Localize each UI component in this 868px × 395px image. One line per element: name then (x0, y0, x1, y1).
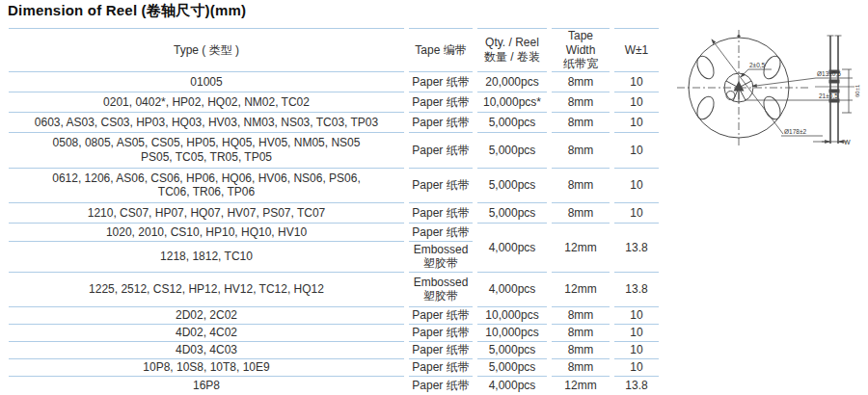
type-cell: 4D03, 4C03 (9, 342, 404, 359)
qty-cell: 20,000pcs (477, 72, 547, 92)
tape-width-cell-merged: 12mm (552, 224, 610, 273)
tape-cell: Embossed 塑胶带 (409, 242, 473, 273)
spec-table: Type ( 类型 ) Tape 编带 Qty. / Reel 数量 / 卷装 … (4, 28, 664, 395)
tape-width-cell: 8mm (552, 133, 610, 169)
tape-cell: Paper 纸带 (409, 133, 473, 169)
tape-width-cell: 8mm (552, 113, 610, 133)
table-row: 0612, 1206, AS06, CS06, HP06, HQ06, HV06… (9, 169, 659, 203)
w-cell: 10 (614, 203, 659, 224)
dim-label-hole-diameter: Ø13±0,5 (817, 70, 841, 77)
reel-slot (693, 94, 717, 122)
qty-cell: 5,000pcs (477, 342, 547, 359)
col-header-tape-width: Tape Width 纸带宽 (552, 28, 610, 72)
tape-width-cell: 8mm (552, 342, 610, 359)
w-cell: 10 (614, 325, 659, 342)
qty-cell: 10,000pcs (477, 307, 547, 325)
qty-cell: 10,000pcs (477, 325, 547, 342)
type-cell: 0612, 1206, AS06, CS06, HP06, HQ06, HV06… (9, 169, 404, 203)
col-header-tape: Tape 编带 (409, 28, 473, 72)
qty-cell: 5,000pcs (477, 133, 547, 169)
table-row: 0201, 0402*, HP02, HQ02, NM02, TC02 Pape… (9, 92, 659, 113)
tape-cell: Paper 纸带 (409, 325, 473, 342)
qty-cell: 5,000pcs (477, 169, 547, 203)
tape-cell: Paper 纸带 (409, 113, 473, 133)
table-row: 0603, AS03, CS03, HP03, HQ03, HV03, NM03… (9, 113, 659, 133)
dim-label-reel-diameter: Ø178±2 (784, 128, 806, 135)
type-cell: 2D02, 2C02 (9, 307, 404, 325)
hub-section-bar (829, 80, 840, 84)
tape-width-cell: 8mm (552, 72, 610, 92)
w-cell: 10 (614, 307, 659, 325)
col-header-qty: Qty. / Reel 数量 / 卷装 (477, 28, 547, 72)
dim-label-hub-width: 21±0,5 (819, 92, 838, 99)
w-cell: 13.8 (614, 273, 659, 307)
table-row: 1020, 2010, CS10, HP10, HQ10, HV10 Paper… (9, 224, 659, 242)
dim-label-height: 60±1 (854, 84, 860, 97)
w-cell: 10 (614, 113, 659, 133)
tape-width-cell: 12mm (552, 273, 610, 307)
table-row: 10P8, 10S8, 10T8, 10E9 Paper 纸带 5,000pcs… (9, 359, 659, 377)
table-row: 2D02, 2C02 Paper 纸带 10,000pcs 8mm 10 (9, 307, 659, 325)
type-cell: 1210, CS07, HP07, HQ07, HV07, PS07, TC07 (9, 203, 404, 224)
hub-small-hole (726, 92, 735, 100)
qty-cell: 5,000pcs (477, 359, 547, 377)
w-cell: 10 (614, 72, 659, 92)
type-cell: 10P8, 10S8, 10T8, 10E9 (9, 359, 404, 377)
tape-cell: Embossed 塑胶带 (409, 273, 473, 307)
table-row: 4D03, 4C03 Paper 纸带 5,000pcs 8mm 10 (9, 342, 659, 359)
w-cell: 10 (614, 359, 659, 377)
type-cell: 4D02, 4C02 (9, 325, 404, 342)
tape-cell: Paper 纸带 (409, 224, 473, 242)
qty-cell: 5,000pcs (477, 113, 547, 133)
tape-width-cell: 8mm (552, 307, 610, 325)
tape-cell: Paper 纸带 (409, 307, 473, 325)
table-row: 01005 Paper 纸带 20,000pcs 8mm 10 (9, 72, 659, 92)
type-cell: 0603, AS03, CS03, HP03, HQ03, HV03, NM03… (9, 113, 404, 133)
tape-width-cell: 12mm (552, 377, 610, 395)
tape-cell: Paper 纸带 (409, 359, 473, 377)
tape-width-cell: 8mm (552, 325, 610, 342)
qty-cell: 4,000pcs (477, 377, 547, 395)
tape-width-cell: 8mm (552, 359, 610, 377)
reel-technical-drawing: 2±0,5 Ø13±0,5 21±0,5 Ø178±2 60±1 W (664, 17, 868, 158)
table-row: 1210, CS07, HP07, HQ07, HV07, PS07, TC07… (9, 203, 659, 224)
tape-cell: Paper 纸带 (409, 169, 473, 203)
tape-cell: Paper 纸带 (409, 342, 473, 359)
page-title: Dimension of Reel (卷轴尺寸)(mm) (8, 2, 246, 20)
qty-cell: 4,000pcs (477, 273, 547, 307)
col-header-type: Type ( 类型 ) (9, 28, 404, 72)
qty-cell: 10,000pcs* (477, 92, 547, 113)
table-row: 0508, 0805, AS05, CS05, HP05, HQ05, HV05… (9, 133, 659, 169)
tape-cell: Paper 纸带 (409, 92, 473, 113)
reel-slot (693, 54, 717, 82)
table-row: 16P8 Paper 纸带 4,000pcs 12mm 13.8 (9, 377, 659, 395)
type-cell: 16P8 (9, 377, 404, 395)
type-cell: 0201, 0402*, HP02, HQ02, NM02, TC02 (9, 92, 404, 113)
tape-width-cell: 8mm (552, 203, 610, 224)
hub-section-bar (829, 99, 840, 103)
reel-dimension-table: Type ( 类型 ) Tape 编带 Qty. / Reel 数量 / 卷装 … (4, 28, 664, 395)
header-row: Type ( 类型 ) Tape 编带 Qty. / Reel 数量 / 卷装 … (9, 28, 659, 72)
tape-cell: Paper 纸带 (409, 377, 473, 395)
tape-width-cell: 8mm (552, 92, 610, 113)
w-cell: 10 (614, 169, 659, 203)
w-cell: 10 (614, 133, 659, 169)
w-cell-merged: 13.8 (614, 224, 659, 273)
type-cell: 01005 (9, 72, 404, 92)
tape-cell: Paper 纸带 (409, 72, 473, 92)
dim-label-width: W (844, 139, 851, 145)
table-row: 1225, 2512, CS12, HP12, HV12, TC12, HQ12… (9, 273, 659, 307)
type-cell: 1020, 2010, CS10, HP10, HQ10, HV10 (9, 224, 404, 242)
col-header-w: W±1 (614, 28, 659, 72)
tape-width-cell: 8mm (552, 169, 610, 203)
type-cell: 0508, 0805, AS05, CS05, HP05, HQ05, HV05… (9, 133, 404, 169)
w-cell: 10 (614, 342, 659, 359)
table-row: 4D02, 4C02 Paper 纸带 10,000pcs 8mm 10 (9, 325, 659, 342)
type-cell: 1218, 1812, TC10 (9, 242, 404, 273)
qty-cell-merged: 4,000pcs (477, 224, 547, 273)
tape-cell: Paper 纸带 (409, 203, 473, 224)
qty-cell: 5,000pcs (477, 203, 547, 224)
w-cell: 10 (614, 92, 659, 113)
dim-label-slot: 2±0,5 (749, 62, 766, 68)
w-cell: 13.8 (614, 377, 659, 395)
